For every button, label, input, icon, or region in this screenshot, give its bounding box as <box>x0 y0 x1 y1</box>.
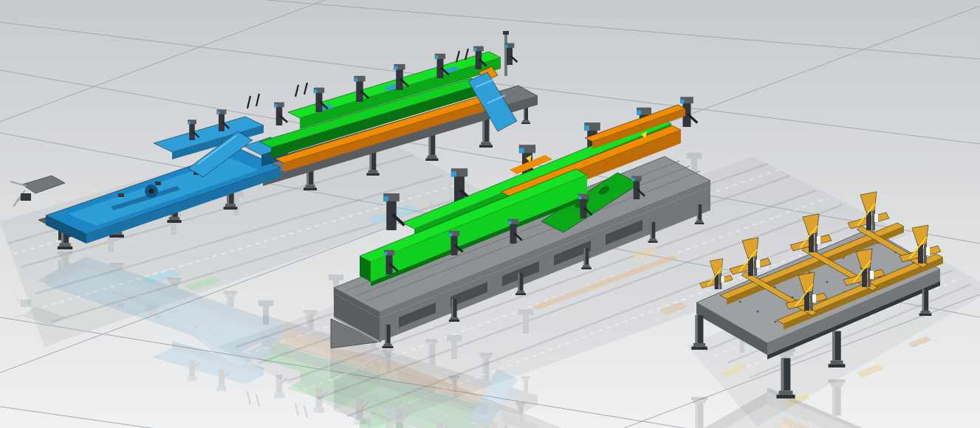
cad-viewport[interactable]: Left line fixture - blue platform with g… <box>0 0 980 428</box>
cad-window: Left line fixture - blue platform with g… <box>0 0 980 428</box>
